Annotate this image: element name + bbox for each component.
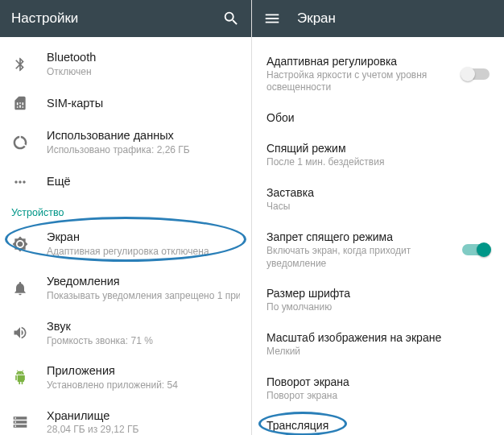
sound-sub: Громкость звонка: 71 % [47,335,240,348]
display-label: Экран [47,230,240,245]
bluetooth-sub: Отключен [47,66,240,79]
row-wallpaper[interactable]: Обои [252,102,504,133]
screensaver-label: Заставка [266,185,493,200]
search-icon[interactable] [222,10,240,27]
ambient-sub: Включать экран, когда приходит уведомлен… [266,245,444,270]
bluetooth-label: Bluetooth [47,50,240,65]
rotation-sub: Поворот экрана [266,390,493,403]
notifications-icon [11,280,29,297]
section-device: Устройство [0,199,251,222]
row-brightness-cut[interactable]: . [252,29,504,46]
apps-icon [11,369,29,387]
notifications-label: Уведомления [47,274,240,289]
display-title: Экран [297,10,493,27]
bluetooth-icon [11,56,29,73]
adaptive-switch[interactable] [462,68,490,80]
storage-icon [11,413,29,431]
row-rotation[interactable]: Поворот экрана Поворот экрана [252,367,504,411]
storage-sub: 28,04 ГБ из 29,12 ГБ [47,424,240,435]
row-sleep[interactable]: Спящий режим После 1 мин. бездействия [252,133,504,177]
row-notifications[interactable]: Уведомления Показывать уведомления запре… [0,266,251,310]
display-icon [11,235,29,253]
appbar-left: Настройки [0,0,251,37]
row-apps[interactable]: Приложения Установлено приложений: 54 [0,355,251,400]
data-usage-icon [11,134,29,151]
row-storage[interactable]: Хранилище 28,04 ГБ из 29,12 ГБ [0,400,251,435]
sim-label: SIM-карты [47,96,240,111]
screensaver-sub: Часы [266,201,493,213]
sleep-label: Спящий режим [266,141,493,155]
row-data-usage[interactable]: Использование данных Использовано трафик… [0,120,251,164]
display-sub: Адаптивная регулировка отключена [47,246,240,259]
sim-icon [11,94,29,112]
display-settings-panel: Экран . Адаптивная регулировка Настройка… [252,0,504,435]
data-label: Использование данных [47,128,240,143]
ambient-switch[interactable] [462,244,490,255]
fontsize-sub: По умолчанию [266,301,493,314]
ambient-label: Запрет спящего режима [266,230,444,244]
cast-label: Трансляция [266,418,493,433]
page-title: Настройки [11,10,206,27]
more-label: Ещё [47,174,240,189]
sleep-sub: После 1 мин. бездействия [266,156,493,169]
row-display[interactable]: Экран Адаптивная регулировка отключена [0,222,251,266]
data-sub: Использовано трафика: 2,26 ГБ [47,144,240,157]
notifications-sub: Показывать уведомления запрещено 1 прило… [47,290,240,303]
sound-icon [11,324,29,342]
row-sound[interactable]: Звук Громкость звонка: 71 % [0,311,251,355]
row-bluetooth[interactable]: Bluetooth Отключен [0,42,251,86]
row-fontsize[interactable]: Размер шрифта По умолчанию [252,278,504,322]
settings-list: Bluetooth Отключен SIM-карты Использован… [0,37,251,435]
row-displaysize[interactable]: Масштаб изображения на экране Мелкий [252,322,504,367]
wallpaper-label: Обои [266,110,493,125]
row-more[interactable]: Ещё [0,165,251,199]
rotation-label: Поворот экрана [266,375,493,389]
menu-icon[interactable] [263,10,281,27]
storage-label: Хранилище [47,408,240,424]
more-icon [11,173,29,191]
row-screensaver[interactable]: Заставка Часы [252,177,504,222]
row-sim[interactable]: SIM-карты [0,86,251,120]
apps-sub: Установлено приложений: 54 [47,379,240,392]
displaysize-sub: Мелкий [266,346,493,358]
row-adaptive[interactable]: Адаптивная регулировка Настройка яркости… [252,46,504,102]
sound-label: Звук [47,319,240,334]
row-ambient[interactable]: Запрет спящего режима Включать экран, ко… [252,222,504,278]
fontsize-label: Размер шрифта [266,286,493,300]
adaptive-label: Адаптивная регулировка [266,54,444,68]
settings-panel: Настройки Bluetooth Отключен SIM-карты [0,0,252,435]
row-cast[interactable]: Трансляция [252,410,504,435]
apps-label: Приложения [47,363,240,379]
displaysize-label: Масштаб изображения на экране [266,330,493,345]
display-list: . Адаптивная регулировка Настройка яркос… [252,24,504,435]
adaptive-sub: Настройка яркости с учетом уровня освеще… [266,69,444,94]
